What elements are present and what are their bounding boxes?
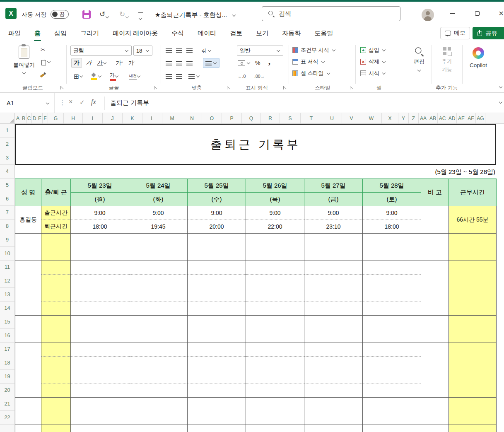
column-header-C[interactable]: C [27, 113, 32, 123]
font-size-select[interactable]: 18 [133, 46, 152, 56]
column-header-D[interactable]: D [32, 113, 37, 123]
cell-shift-label[interactable] [41, 316, 71, 329]
cell-shift-label[interactable] [41, 411, 71, 425]
cell-time[interactable] [129, 329, 188, 343]
search-input[interactable]: 검색 [262, 6, 400, 21]
cell-note[interactable] [421, 425, 449, 432]
cell-time[interactable] [71, 275, 129, 288]
cell-time[interactable] [129, 384, 188, 398]
cell-time[interactable] [363, 247, 421, 261]
tab-도움말[interactable]: 도움말 [313, 25, 334, 41]
cell-shift-label[interactable] [41, 247, 71, 261]
cell-time[interactable] [363, 425, 421, 432]
format-painter-button[interactable] [40, 71, 46, 77]
cell-time[interactable] [246, 343, 304, 357]
align-middle-button[interactable] [176, 46, 182, 56]
maximize-button[interactable] [469, 2, 485, 25]
number-dialog-launcher[interactable] [283, 86, 287, 89]
save-button[interactable] [82, 10, 91, 19]
row-header-17[interactable]: 17 [0, 343, 14, 356]
copilot-button[interactable]: Copilot [465, 46, 492, 83]
column-header-AB[interactable]: AB [428, 113, 438, 123]
cell-shift-label[interactable] [41, 275, 71, 288]
underline-button[interactable]: 가 [94, 58, 109, 68]
cell-time[interactable] [304, 357, 363, 370]
row-header-2[interactable]: 2 [0, 138, 14, 151]
header-dow[interactable]: (수) [188, 193, 246, 206]
cell-total-hours[interactable] [449, 288, 497, 316]
redo-button[interactable]: ↻ [119, 10, 129, 19]
cell-shift-label[interactable] [41, 329, 71, 343]
cell-shift-label[interactable]: 출근시간 [41, 206, 71, 220]
styles-item-0[interactable]: 조건부 서식 [292, 45, 336, 56]
text-orientation-button[interactable]: 갂 [201, 46, 212, 56]
column-header-AE[interactable]: AE [457, 113, 466, 123]
formula-content[interactable]: 출퇴근 기록부 [110, 99, 149, 107]
cell-time[interactable] [129, 247, 188, 261]
cell-time[interactable] [129, 370, 188, 384]
cell-note[interactable] [421, 370, 449, 398]
cell-shift-label[interactable]: 퇴근시간 [41, 220, 71, 234]
cell-time[interactable] [129, 425, 188, 432]
cell-time[interactable] [246, 288, 304, 302]
column-header-U[interactable]: U [322, 113, 342, 123]
confirm-entry-button[interactable]: ✓ [80, 99, 85, 106]
cell-shift-label[interactable] [41, 398, 71, 411]
row-header-4[interactable]: 4 [0, 165, 14, 179]
cell-shift-label[interactable] [41, 261, 71, 275]
header-shift[interactable]: 출/퇴 근 [41, 179, 71, 206]
cell-time[interactable]: 9:00 [129, 206, 188, 220]
cell-time[interactable] [71, 329, 129, 343]
cell-time[interactable] [304, 398, 363, 411]
cell-time[interactable] [129, 261, 188, 275]
cell-note[interactable] [421, 261, 449, 288]
column-header-Y[interactable]: Y [398, 113, 409, 123]
cell-note[interactable] [421, 206, 449, 234]
header-dow[interactable]: (금) [304, 193, 363, 206]
cell-time[interactable] [188, 288, 246, 302]
bold-button[interactable]: 가 [71, 58, 82, 68]
collapse-ribbon-button[interactable] [499, 85, 502, 88]
row-header-1[interactable]: 1 [0, 124, 14, 138]
cell-time[interactable]: 9:00 [71, 206, 129, 220]
header-dow[interactable]: (토) [363, 193, 421, 206]
align-left-button[interactable] [166, 58, 172, 68]
column-header-A[interactable]: A [15, 113, 21, 123]
excel-logo-icon[interactable] [5, 8, 17, 19]
decrease-decimal-button[interactable]: .00→ [254, 71, 265, 81]
cell-time[interactable] [188, 425, 246, 432]
row-header-13[interactable]: 13 [0, 288, 14, 302]
cancel-entry-button[interactable]: × [69, 98, 72, 106]
cell-shift-label[interactable] [41, 302, 71, 316]
column-header-N[interactable]: N [182, 113, 202, 123]
cell-employee-name[interactable] [15, 398, 41, 425]
column-header-P[interactable]: P [222, 113, 242, 123]
cell-time[interactable] [363, 384, 421, 398]
column-header-Q[interactable]: Q [242, 113, 261, 123]
column-header-AA[interactable]: AA [419, 113, 428, 123]
align-center-button[interactable] [176, 58, 182, 68]
styles-item-1[interactable]: 표 서식 [292, 56, 325, 67]
cell-time[interactable] [71, 261, 129, 275]
cell-time[interactable] [71, 247, 129, 261]
italic-button[interactable]: 가 [84, 58, 94, 68]
row-header-16[interactable]: 16 [0, 329, 14, 343]
cell-time[interactable] [71, 357, 129, 370]
cell-employee-name[interactable] [15, 261, 41, 288]
cell-employee-name[interactable] [15, 425, 41, 432]
column-header-B[interactable]: B [21, 113, 27, 123]
alignment-dialog-launcher[interactable] [227, 86, 231, 89]
cell-total-hours[interactable] [449, 343, 497, 370]
font-dialog-launcher[interactable] [154, 86, 158, 89]
row-header-11[interactable]: 11 [0, 261, 14, 274]
tab-보기[interactable]: 보기 [255, 25, 269, 41]
cells-item-2[interactable]: 서식 [360, 68, 386, 79]
cell-time[interactable] [363, 261, 421, 275]
cell-time[interactable] [71, 370, 129, 384]
cell-time[interactable] [304, 411, 363, 425]
editing-group-button[interactable]: 편집 [408, 45, 430, 83]
cell-time[interactable] [246, 329, 304, 343]
cell-time[interactable] [188, 261, 246, 275]
cell-shift-label[interactable] [41, 288, 71, 302]
cell-time[interactable] [71, 343, 129, 357]
